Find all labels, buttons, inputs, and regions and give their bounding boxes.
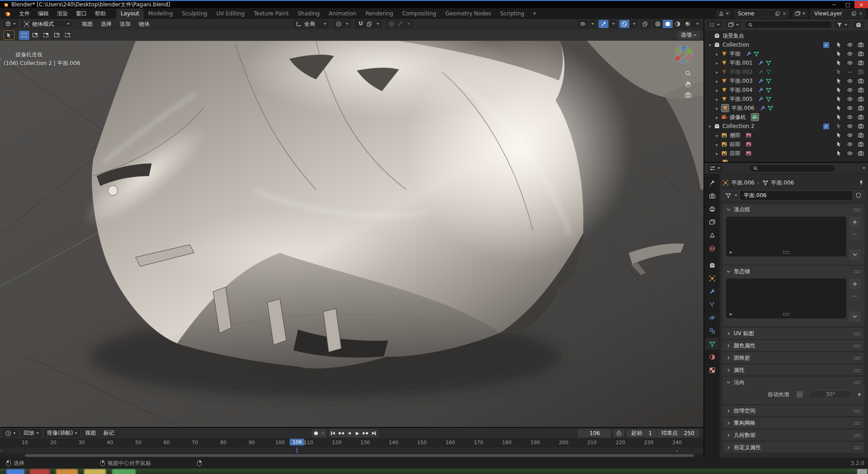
properties-tab-material[interactable] [705, 351, 719, 363]
outliner-row-Collection[interactable]: ▾Collection✓ [704, 40, 868, 49]
selectable-toggle[interactable] [834, 150, 844, 156]
animate-property-dot[interactable] [858, 393, 861, 396]
expand-caret[interactable]: ▸ [714, 70, 720, 75]
expand-caret[interactable]: ▸ [714, 97, 720, 102]
toolbar-expand-arrow[interactable]: › [0, 56, 2, 62]
select-subtract-button[interactable] [41, 31, 51, 40]
hide-in-viewport-toggle[interactable] [845, 42, 854, 48]
timeline-menu-回放[interactable]: 回放 [20, 428, 42, 438]
outliner-row-平面.002[interactable]: ▸平面.002 [704, 67, 868, 76]
panel-header-形态键[interactable]: 形态键 [722, 266, 864, 277]
outliner-row-摄像机[interactable]: ▸摄像机 [704, 113, 868, 122]
disable-in-renders-toggle[interactable] [856, 105, 865, 111]
new-viewlayer-icon[interactable] [851, 11, 857, 16]
collection-checkbox[interactable]: ✓ [823, 123, 829, 129]
hide-in-viewport-toggle[interactable] [845, 69, 854, 75]
properties-tab-object[interactable] [705, 272, 719, 284]
workspace-tab-shading[interactable]: Shading [293, 9, 324, 19]
panel-header-UV 贴图[interactable]: UV 贴图 [722, 328, 864, 339]
outliner-row-平面.005[interactable]: ▸平面.005 [704, 95, 868, 104]
properties-filter-dropdown[interactable] [863, 167, 865, 169]
panel-header-几何数据[interactable]: 几何数据 [722, 430, 864, 441]
properties-editor-type-button[interactable] [707, 165, 722, 172]
disable-in-renders-toggle[interactable] [856, 69, 865, 75]
select-extend-button[interactable] [30, 31, 40, 40]
viewport-menu-添加[interactable]: 添加 [116, 19, 135, 29]
new-scene-icon[interactable] [775, 11, 780, 16]
workspace-tab-uv-editing[interactable]: UV Editing [212, 9, 249, 19]
outliner-display-mode-button[interactable] [726, 21, 741, 28]
hide-in-viewport-toggle[interactable] [845, 123, 854, 129]
viewport-canvas[interactable]: › 摄像机透视 (106) Collection 2 | 平面.006 [0, 41, 703, 427]
current-frame-badge[interactable]: 106 [290, 439, 305, 446]
properties-tab-view-layer[interactable] [705, 216, 719, 228]
list-specials-caret[interactable]: ▸ [730, 311, 732, 317]
mesh-datablock-dropdown[interactable] [722, 190, 740, 200]
properties-tab-constraints[interactable] [705, 325, 719, 337]
preview-range-button[interactable] [613, 429, 624, 437]
panel-header-颜色属性[interactable]: 颜色属性 [722, 340, 864, 351]
select-new-button[interactable] [19, 31, 29, 40]
expand-caret[interactable]: ▸ [714, 142, 720, 147]
hide-in-viewport-toggle[interactable] [845, 60, 854, 66]
disable-in-renders-toggle[interactable] [856, 123, 865, 129]
properties-tab-render[interactable] [705, 190, 719, 202]
unlink-scene-button[interactable]: × [782, 10, 787, 17]
disable-in-renders-toggle[interactable] [856, 141, 865, 147]
properties-tab-scene[interactable] [705, 229, 719, 241]
panel-grip[interactable] [854, 332, 861, 335]
close-button[interactable]: × [854, 1, 868, 8]
jump-to-end-button[interactable]: ▶ [370, 429, 378, 437]
specials-menu-button[interactable] [849, 311, 861, 322]
scene-selector[interactable]: Scene × [734, 9, 789, 18]
disable-in-renders-toggle[interactable] [856, 60, 865, 66]
visibility-dropdown[interactable] [578, 20, 596, 28]
pan-hand-icon[interactable] [684, 81, 692, 88]
disable-in-renders-toggle[interactable] [856, 87, 865, 93]
list-specials-caret[interactable]: ▸ [730, 249, 732, 255]
menu-文件[interactable]: 文件 [15, 9, 34, 19]
timeline-track-area[interactable] [0, 447, 703, 453]
outliner-row-平面.001[interactable]: ▸平面.001 [704, 58, 868, 67]
disable-in-renders-toggle[interactable] [856, 51, 865, 57]
outliner-row-前部[interactable]: ▸前部 [704, 140, 868, 149]
mode-dropdown[interactable]: 物体模式 [20, 20, 73, 28]
expand-caret[interactable]: ▸ [714, 133, 720, 138]
breadcrumb-object[interactable]: 平面.006 [731, 179, 755, 187]
transform-orientation-dropdown[interactable]: 全局 [293, 20, 329, 28]
breadcrumb-data[interactable]: 平面.006 [771, 179, 794, 187]
hide-in-viewport-toggle[interactable] [845, 150, 854, 156]
menu-编辑[interactable]: 编辑 [34, 9, 53, 19]
playhead[interactable] [297, 447, 297, 453]
properties-tab-modifiers[interactable] [705, 285, 719, 297]
navigation-gizmo[interactable] [674, 44, 693, 64]
pin-icon[interactable] [858, 180, 864, 186]
expand-caret[interactable]: ▾ [707, 43, 712, 47]
add-item-button[interactable] [849, 279, 861, 289]
workspace-tab-modeling[interactable]: Modeling [144, 9, 178, 19]
menu-渲染[interactable]: 渲染 [53, 9, 72, 19]
outliner-search-input[interactable] [745, 21, 832, 28]
workspace-tab-texture-paint[interactable]: Texture Paint [249, 9, 293, 19]
outliner-filter-button[interactable] [834, 21, 849, 28]
panel-grip[interactable] [854, 409, 861, 412]
disable-in-renders-toggle[interactable] [856, 96, 865, 102]
viewport-menu-视图[interactable]: 视图 [78, 19, 97, 29]
panel-header-属性[interactable]: 属性 [722, 365, 864, 375]
remove-viewlayer-button[interactable]: × [859, 10, 863, 17]
panel-grip[interactable] [854, 434, 861, 437]
expand-caret[interactable]: ▸ [714, 61, 720, 66]
disable-in-renders-toggle[interactable] [856, 114, 865, 120]
end-frame-field[interactable]: 结束点250 [656, 429, 699, 437]
viewport-menu-物体[interactable]: 物体 [135, 19, 154, 29]
xray-toggle[interactable] [640, 20, 650, 28]
workspace-tab-rendering[interactable]: Rendering [361, 9, 397, 19]
datablock-name-field[interactable]: 平面.006 [740, 190, 853, 200]
timeline-scrollbar[interactable] [0, 453, 703, 458]
disable-in-renders-toggle[interactable] [856, 132, 865, 138]
outliner-row-侧部[interactable]: ▸侧部 [704, 131, 868, 140]
play-reverse-button[interactable]: ◀ [345, 429, 354, 437]
workspace-tab-sculpting[interactable]: Sculpting [177, 9, 212, 19]
selectable-toggle[interactable] [834, 78, 844, 84]
outliner-editor-type-button[interactable] [707, 21, 722, 28]
